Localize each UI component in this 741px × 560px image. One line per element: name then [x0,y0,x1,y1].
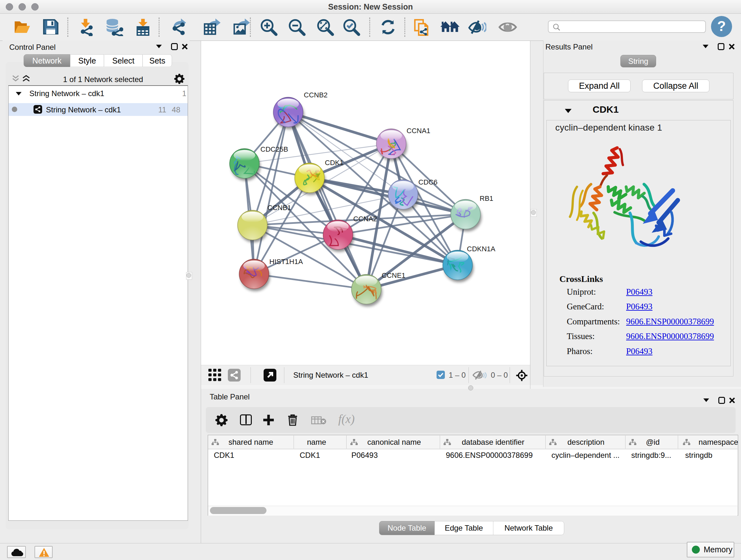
svg-text:CDKN1A: CDKN1A [467,245,495,253]
svg-text:CDC6: CDC6 [418,178,437,186]
svg-text:CCNE1: CCNE1 [382,271,406,279]
svg-text:CDC25B: CDC25B [260,145,288,153]
svg-text:CCNB1: CCNB1 [267,204,291,212]
svg-text:RB1: RB1 [480,194,493,202]
svg-text:CCNB2: CCNB2 [304,91,328,99]
svg-text:CCNA2: CCNA2 [353,215,377,223]
svg-text:CCNA1: CCNA1 [407,127,430,135]
svg-text:CDK1: CDK1 [325,159,344,167]
svg-text:HIST1H1A: HIST1H1A [269,258,303,266]
